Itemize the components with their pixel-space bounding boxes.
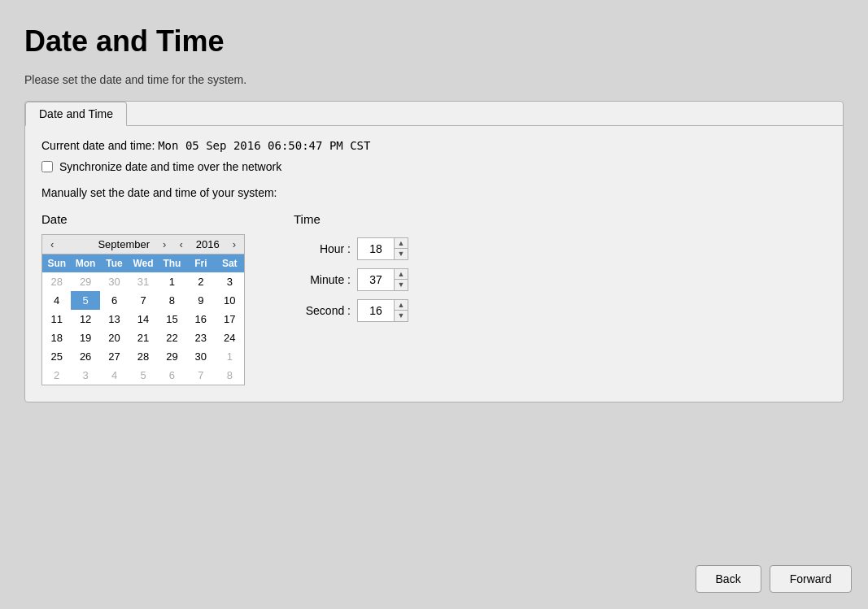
month-button[interactable]: September (94, 238, 153, 250)
second-up-button[interactable]: ▲ (395, 300, 408, 311)
minute-input[interactable] (358, 269, 394, 290)
second-label: Second : (294, 304, 351, 317)
calendar-day[interactable]: 3 (216, 272, 244, 291)
second-down-button[interactable]: ▼ (395, 311, 408, 321)
calendar-day[interactable]: 16 (186, 310, 215, 328)
calendar-day[interactable]: 8 (216, 366, 244, 385)
calendar-day[interactable]: 30 (186, 347, 215, 366)
calendar-day[interactable]: 8 (158, 291, 186, 310)
calendar-day[interactable]: 21 (129, 328, 157, 347)
weekday-fri: Fri (186, 254, 215, 272)
calendar-day[interactable]: 9 (186, 291, 215, 310)
hour-up-button[interactable]: ▲ (395, 238, 408, 249)
prev-year-button[interactable]: ‹ (176, 238, 185, 250)
date-section: Date ‹ September › ‹ 2016 › (41, 212, 245, 385)
calendar-day[interactable]: 5 (129, 366, 157, 385)
sync-checkbox[interactable] (41, 161, 53, 172)
weekday-sun: Sun (42, 254, 71, 272)
year-button[interactable]: 2016 (193, 238, 223, 250)
weekday-thu: Thu (158, 254, 186, 272)
sync-row: Synchronize date and time over the netwo… (41, 160, 827, 173)
calendar-day[interactable]: 6 (100, 291, 129, 310)
calendar-day[interactable]: 14 (129, 310, 157, 328)
hour-label: Hour : (294, 242, 351, 255)
manual-label: Manually set the date and time of your s… (41, 186, 827, 199)
time-section: Time Hour : ▲ ▼ (294, 212, 408, 322)
calendar-day[interactable]: 6 (158, 366, 186, 385)
calendar-day[interactable]: 17 (216, 310, 244, 328)
tab-date-and-time[interactable]: Date and Time (25, 102, 127, 126)
calendar-day[interactable]: 31 (129, 272, 157, 291)
calendar-day[interactable]: 11 (42, 310, 71, 328)
calendar-day[interactable]: 2 (186, 272, 215, 291)
calendar-day[interactable]: 30 (100, 272, 129, 291)
time-section-title: Time (294, 212, 408, 226)
next-month-button[interactable]: › (159, 238, 169, 250)
weekday-tue: Tue (100, 254, 129, 272)
calendar-days: 2829303112345678910111213141516171819202… (42, 272, 244, 385)
calendar-day[interactable]: 23 (186, 328, 215, 347)
weekday-sat: Sat (216, 254, 244, 272)
calendar-day[interactable]: 29 (158, 347, 186, 366)
calendar-day[interactable]: 3 (71, 366, 99, 385)
current-datetime-value: Mon 05 Sep 2016 06:50:47 PM CST (158, 139, 370, 152)
calendar-day[interactable]: 2 (42, 366, 71, 385)
hour-row: Hour : ▲ ▼ (294, 237, 408, 260)
weekday-wed: Wed (129, 254, 157, 272)
calendar-day[interactable]: 7 (186, 366, 215, 385)
minute-label: Minute : (294, 273, 351, 286)
calendar-day[interactable]: 4 (100, 366, 129, 385)
minute-down-button[interactable]: ▼ (395, 280, 408, 290)
minute-up-button[interactable]: ▲ (395, 269, 408, 280)
prev-month-button[interactable]: ‹ (47, 238, 57, 250)
next-year-button[interactable]: › (229, 238, 239, 250)
sync-label: Synchronize date and time over the netwo… (59, 160, 281, 173)
calendar-day[interactable]: 10 (216, 291, 244, 310)
bottom-bar: Back Forward (696, 565, 852, 593)
minute-spinner: ▲ ▼ (357, 268, 408, 291)
back-button[interactable]: Back (696, 565, 761, 593)
calendar-day[interactable]: 13 (100, 310, 129, 328)
hour-spinner: ▲ ▼ (357, 237, 408, 260)
second-spinner: ▲ ▼ (357, 299, 408, 322)
calendar-weekdays: Sun Mon Tue Wed Thu Fri Sat (42, 254, 244, 272)
calendar-day[interactable]: 1 (158, 272, 186, 291)
date-section-title: Date (41, 212, 245, 226)
calendar-day[interactable]: 29 (71, 272, 99, 291)
calendar-day[interactable]: 25 (42, 347, 71, 366)
minute-row: Minute : ▲ ▼ (294, 268, 408, 291)
weekday-mon: Mon (71, 254, 99, 272)
tab-panel: Date and Time Current date and time: Mon… (24, 101, 844, 402)
calendar-day[interactable]: 15 (158, 310, 186, 328)
calendar-day[interactable]: 18 (42, 328, 71, 347)
calendar-day[interactable]: 20 (100, 328, 129, 347)
calendar-day[interactable]: 19 (71, 328, 99, 347)
hour-down-button[interactable]: ▼ (395, 249, 408, 259)
hour-input[interactable] (358, 238, 394, 259)
calendar-day[interactable]: 12 (71, 310, 99, 328)
calendar-day[interactable]: 4 (42, 291, 71, 310)
calendar-day[interactable]: 5 (71, 291, 99, 310)
forward-button[interactable]: Forward (770, 565, 852, 593)
second-row: Second : ▲ ▼ (294, 299, 408, 322)
calendar-day[interactable]: 1 (216, 347, 244, 366)
calendar-day[interactable]: 22 (158, 328, 186, 347)
calendar-day[interactable]: 27 (100, 347, 129, 366)
current-datetime-row: Current date and time: Mon 05 Sep 2016 0… (41, 139, 827, 152)
page-title: Date and Time (24, 24, 844, 59)
calendar-day[interactable]: 24 (216, 328, 244, 347)
calendar-day[interactable]: 28 (129, 347, 157, 366)
calendar: ‹ September › ‹ 2016 › Sun (41, 234, 245, 385)
calendar-day[interactable]: 26 (71, 347, 99, 366)
second-input[interactable] (358, 300, 394, 321)
calendar-day[interactable]: 7 (129, 291, 157, 310)
page-subtitle: Please set the date and time for the sys… (24, 73, 844, 86)
calendar-day[interactable]: 28 (42, 272, 71, 291)
current-datetime-label: Current date and time: (41, 139, 155, 152)
